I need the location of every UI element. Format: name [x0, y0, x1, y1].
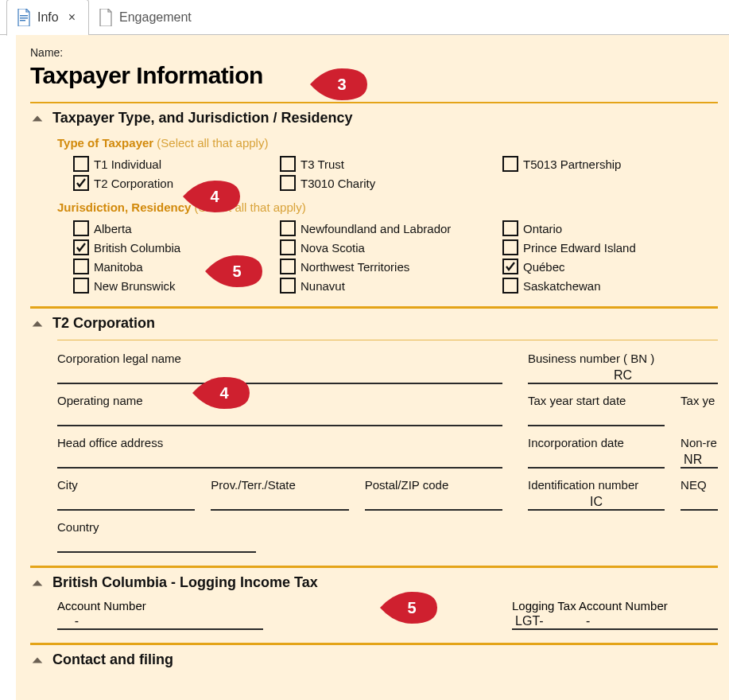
checkbox-t5013-partnership[interactable]: T5013 Partnership [502, 156, 709, 172]
checkbox-quebec[interactable]: Québec [502, 259, 709, 274]
chevron-up-icon [30, 317, 45, 331]
field-bc-account-number[interactable]: Account Number - [57, 599, 263, 630]
checkbox-newfoundland[interactable]: Newfoundland and Labrador [280, 220, 502, 236]
checkbox-t3010-charity[interactable]: T3010 Charity [280, 175, 502, 191]
tab-bar: Info × Engagement [0, 0, 729, 35]
field-bc-logging-account[interactable]: Logging Tax Account Number LGT- - [512, 599, 718, 630]
checkbox-saskatchewan[interactable]: Saskatchewan [502, 278, 709, 294]
section-heading-t2[interactable]: T2 Corporation [30, 306, 718, 332]
callout-5: 5 [205, 255, 262, 287]
close-icon[interactable]: × [65, 10, 79, 25]
checkbox-nunavut[interactable]: Nunavut [280, 278, 502, 294]
checkbox-t1-individual[interactable]: T1 Individual [73, 156, 280, 172]
field-non-resident[interactable]: Non-reNR [681, 436, 718, 469]
section-heading-taxpayer-type[interactable]: Taxpayer Type, and Jurisdiction / Reside… [30, 102, 718, 126]
tab-label: Engagement [119, 10, 192, 25]
chevron-up-icon [30, 653, 45, 667]
field-neq[interactable]: NEQ [681, 478, 718, 511]
document-icon [17, 9, 31, 26]
field-bn[interactable]: Business number ( BN )RC [528, 352, 718, 384]
section-heading-bc-logging[interactable]: British Columbia - Logging Income Tax [30, 566, 718, 591]
callout-4b: 4 [192, 377, 250, 409]
field-country[interactable]: Country [57, 520, 256, 553]
name-label: Name: [30, 46, 718, 59]
checkbox-pei[interactable]: Prince Edward Island [502, 239, 709, 255]
form-area: Name: Taxpayer Information Taxpayer Type… [16, 35, 729, 700]
checkbox-nova-scotia[interactable]: Nova Scotia [280, 239, 502, 255]
field-legal-name[interactable]: Corporation legal name [57, 352, 502, 384]
tab-engagement[interactable]: Engagement [89, 0, 201, 35]
checkbox-nwt[interactable]: Northwest Territories [280, 259, 502, 274]
callout-4: 4 [183, 181, 240, 212]
field-incorp-date[interactable]: Incorporation date [528, 436, 665, 469]
callout-5b: 5 [380, 592, 437, 624]
chevron-up-icon [30, 576, 45, 590]
checkbox-alberta[interactable]: Alberta [73, 220, 280, 236]
checkbox-t2-corporation[interactable]: T2 Corporation [73, 175, 280, 191]
svg-rect-1 [20, 18, 28, 18]
checkbox-ontario[interactable]: Ontario [502, 220, 709, 236]
svg-rect-2 [20, 20, 25, 21]
tab-info[interactable]: Info × [6, 0, 89, 36]
field-tax-year-end: Tax ye [681, 394, 718, 426]
field-operating-name[interactable]: Operating name [57, 394, 502, 426]
field-id-number[interactable]: Identification numberIC [528, 478, 665, 511]
field-city[interactable]: City [57, 478, 195, 511]
field-tax-year-start[interactable]: Tax year start date [528, 394, 665, 426]
field-head-office[interactable]: Head office address [57, 436, 502, 469]
document-icon [99, 9, 113, 26]
section-heading-contact[interactable]: Contact and filing [30, 643, 718, 668]
subheading-jurisdiction: Jurisdiction, Residency (Select all that… [57, 200, 718, 214]
checkbox-t3-trust[interactable]: T3 Trust [280, 156, 502, 172]
tab-label: Info [37, 10, 59, 25]
subheading-type-of-taxpayer: Type of Taxpayer (Select all that apply) [57, 136, 718, 150]
svg-rect-0 [20, 15, 28, 16]
callout-3: 3 [310, 68, 367, 100]
field-postal[interactable]: Postal/ZIP code [365, 478, 502, 511]
page-title: Taxpayer Information [30, 62, 718, 89]
checkbox-british-columbia[interactable]: British Columbia [73, 239, 280, 255]
field-prov[interactable]: Prov./Terr./State [211, 478, 348, 511]
chevron-up-icon [30, 111, 45, 126]
